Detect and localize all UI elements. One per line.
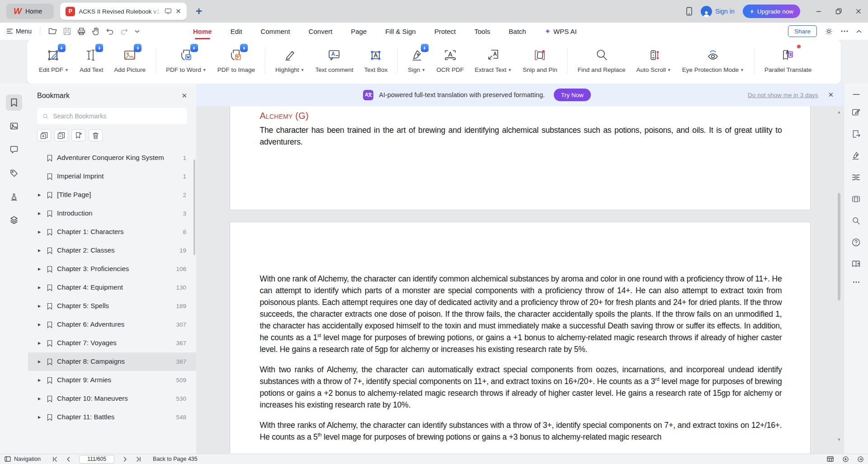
minimize-icon[interactable]: [816, 8, 822, 14]
undo-icon[interactable]: [106, 28, 114, 35]
save-icon[interactable]: [63, 28, 71, 35]
next-page-icon[interactable]: [123, 457, 127, 462]
images-panel-tab[interactable]: [6, 118, 22, 134]
bookmark-item[interactable]: ▶ Chapter 1: Characters 8: [37, 223, 187, 241]
print-icon[interactable]: [77, 28, 85, 35]
search-input[interactable]: [53, 112, 182, 120]
ocr-pdf-button[interactable]: OCR PDF: [431, 47, 469, 73]
bookmark-item[interactable]: ▶ Chapter 10: Maneuvers 530: [37, 389, 187, 408]
more-options-icon[interactable]: [841, 30, 848, 32]
bookmark-item[interactable]: ▶ Imperial Imprint 1: [37, 167, 187, 186]
restore-window-icon[interactable]: [835, 8, 842, 14]
document-tab[interactable]: P ACKS II Revised Rulebook v14 ✕: [60, 3, 187, 20]
collapse-rail-icon[interactable]: [853, 94, 860, 95]
read-mode-icon[interactable]: [851, 259, 861, 269]
share-button[interactable]: Share: [788, 25, 817, 37]
more-tools-icon[interactable]: [853, 281, 860, 283]
expand-all-button[interactable]: [37, 129, 51, 141]
bookmark-item[interactable]: ▶ [Title Page] 2: [37, 186, 187, 204]
expand-arrow-icon[interactable]: ▶: [38, 360, 42, 364]
panel-scrollbar-thumb[interactable]: [193, 159, 195, 255]
menu-item-convert[interactable]: Convert: [308, 24, 334, 39]
close-notification-icon[interactable]: ✕: [828, 91, 834, 99]
highlight-button[interactable]: Highlight▼: [270, 47, 310, 73]
scroll-up-arrow[interactable]: ▲: [837, 110, 841, 114]
menu-item-edit[interactable]: Edit: [230, 24, 243, 39]
last-page-icon[interactable]: [136, 457, 141, 462]
previous-page-icon[interactable]: [66, 457, 70, 462]
redo-icon[interactable]: [120, 28, 128, 35]
parallel-translate-button[interactable]: Parallel Translate: [759, 47, 817, 73]
pdf-to-image-button[interactable]: PDF to Image: [212, 47, 260, 73]
home-tab[interactable]: W Home: [6, 4, 54, 19]
menu-item-fill-sign[interactable]: Fill & Sign: [384, 24, 417, 39]
layers-panel-tab[interactable]: [6, 212, 22, 228]
pdf-to-word-button[interactable]: PDF to Word▼: [160, 47, 212, 73]
bookmark-item[interactable]: ▶ Chapter 2: Classes 19: [37, 241, 187, 260]
expand-arrow-icon[interactable]: ▶: [38, 341, 42, 345]
bookmark-item[interactable]: ▶ Chapter 9: Armies 509: [37, 371, 187, 389]
bookmark-item[interactable]: ▶ Adventurer Conqueror King System 1: [37, 149, 187, 167]
document-scrollbar[interactable]: ▲ ▼: [836, 110, 842, 442]
bookmark-item[interactable]: ▶ Chapter 11: Battles 548: [37, 408, 187, 427]
try-now-button[interactable]: Try Now: [554, 89, 591, 101]
mobile-device-icon[interactable]: [686, 7, 693, 16]
bookmark-search[interactable]: [37, 108, 187, 124]
close-tab-icon[interactable]: ✕: [175, 7, 181, 15]
annotate-icon[interactable]: [851, 108, 861, 117]
expand-arrow-icon[interactable]: ▶: [38, 378, 42, 382]
extract-text-button[interactable]: Extract Text▼: [469, 47, 517, 73]
expand-arrow-icon[interactable]: ▶: [38, 323, 42, 327]
menu-item-batch[interactable]: Batch: [508, 24, 527, 39]
menu-item-wps-ai[interactable]: ✦ WPS AI: [544, 23, 578, 39]
add-picture-button[interactable]: Add Picture: [108, 47, 151, 73]
edit-pdf-button[interactable]: Edit PDF▼: [33, 47, 74, 73]
signature-panel-tab[interactable]: [6, 188, 22, 205]
back-to-page-button[interactable]: Back to Page 435: [153, 456, 198, 462]
expand-arrow-icon[interactable]: ▶: [38, 230, 42, 234]
gear-icon[interactable]: [825, 28, 833, 35]
search-icon[interactable]: [851, 216, 861, 225]
expand-arrow-icon[interactable]: ▶: [38, 397, 42, 401]
collapse-toolbar-icon[interactable]: [856, 30, 862, 33]
thumbnails-view-icon[interactable]: [827, 456, 834, 462]
delete-bookmark-button[interactable]: [89, 129, 103, 141]
comments-panel-tab[interactable]: [6, 141, 22, 158]
chevron-down-icon[interactable]: [135, 30, 140, 33]
hand-tool-icon[interactable]: [92, 27, 99, 35]
find-and-replace-button[interactable]: Find and Replace: [572, 47, 631, 73]
signature-pen-icon[interactable]: [851, 151, 861, 160]
fullscreen-circle-icon[interactable]: [858, 456, 863, 462]
expand-arrow-icon[interactable]: ▶: [38, 248, 42, 253]
auto-scroll-button[interactable]: Auto Scroll▼: [631, 47, 677, 73]
bookmark-item[interactable]: ▶ Chapter 5: Spells 189: [37, 297, 187, 315]
menu-item-page[interactable]: Page: [350, 24, 368, 39]
expand-arrow-icon[interactable]: ▶: [38, 193, 42, 197]
menu-item-home[interactable]: Home: [192, 24, 213, 39]
scroll-down-arrow[interactable]: ▼: [837, 437, 841, 442]
expand-arrow-icon[interactable]: ▶: [38, 286, 42, 290]
help-icon[interactable]: [851, 238, 861, 247]
dismiss-link[interactable]: Do not show me in 3 days: [748, 92, 818, 98]
tags-panel-tab[interactable]: [6, 165, 22, 181]
bookmark-item[interactable]: ▶ Introduction 3: [37, 204, 187, 223]
bookmark-item[interactable]: ▶ Chapter 4: Equipment 130: [37, 278, 187, 297]
first-page-icon[interactable]: [52, 457, 57, 462]
bookmark-item[interactable]: ▶ Chapter 7: Voyages 367: [37, 334, 187, 352]
open-file-icon[interactable]: [48, 28, 57, 35]
menu-item-comment[interactable]: Comment: [260, 24, 291, 39]
play-circle-icon[interactable]: [843, 456, 849, 462]
add-bookmark-button[interactable]: [71, 129, 85, 141]
sign-in-button[interactable]: Sign in: [701, 6, 735, 17]
expand-arrow-icon[interactable]: ▶: [38, 267, 42, 271]
snip-and-pin-button[interactable]: Snip and Pin: [517, 47, 563, 73]
bookmark-item[interactable]: ▶ Chapter 3: Proficiencies 106: [37, 260, 187, 278]
menu-item-protect[interactable]: Protect: [434, 24, 457, 39]
text-box-button[interactable]: Text Box: [359, 47, 393, 73]
text-comment-button[interactable]: Text comment: [310, 47, 359, 73]
upgrade-button[interactable]: Upgrade now: [743, 5, 800, 18]
navigation-toggle[interactable]: Navigation: [5, 456, 41, 462]
close-window-icon[interactable]: [855, 8, 862, 14]
sign-button[interactable]: Sign▼: [402, 47, 431, 73]
document-scrollbar-thumb[interactable]: [838, 193, 840, 300]
